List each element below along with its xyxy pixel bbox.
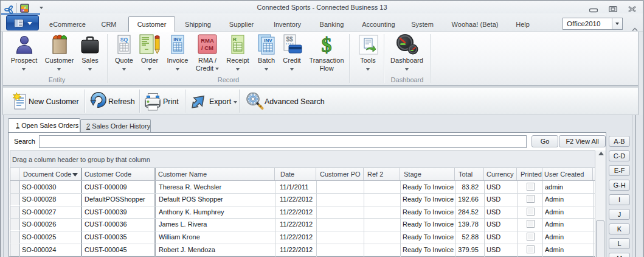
svg-text:RMA: RMA xyxy=(201,37,214,44)
svg-text:INV: INV xyxy=(264,38,272,43)
svg-text:SQ: SQ xyxy=(120,37,128,43)
svg-text:INV: INV xyxy=(173,37,182,42)
svg-text:/ CM: / CM xyxy=(201,44,213,51)
svg-text:R: R xyxy=(233,37,237,42)
svg-text:$: $ xyxy=(322,33,332,55)
svg-text:$$: $$ xyxy=(286,36,293,43)
